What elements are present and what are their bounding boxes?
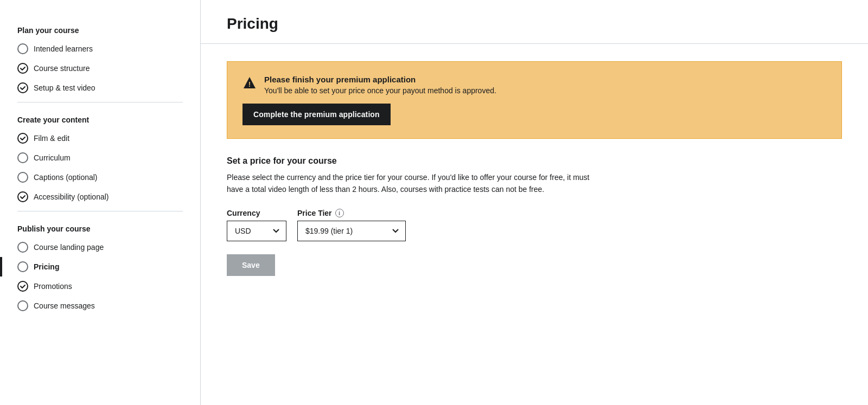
sidebar-item-accessibility-(optional)[interactable]: Accessibility (optional) <box>0 187 200 207</box>
currency-field-group: Currency USDEURGBP <box>227 209 286 241</box>
sidebar-section-title-1: Create your content <box>0 107 200 128</box>
price-tier-field-group: Price Tier i Free$19.99 (tier 1)$29.99 (… <box>297 209 406 241</box>
sidebar-item-course-landing-page[interactable]: Course landing page <box>0 237 200 257</box>
set-price-description: Please select the currency and the price… <box>227 171 607 196</box>
main-content: Pricing ! Please finish your premium app… <box>201 0 868 405</box>
currency-label: Currency <box>227 209 286 217</box>
main-header: Pricing <box>201 0 868 44</box>
sidebar-item-film-&-edit[interactable]: Film & edit <box>0 128 200 148</box>
empty-circle-icon <box>17 152 28 163</box>
warning-banner: ! Please finish your premium application… <box>227 61 842 139</box>
warning-subtitle: You'll be able to set your price once yo… <box>264 86 496 95</box>
set-price-title: Set a price for your course <box>227 156 842 166</box>
save-button[interactable]: Save <box>227 254 275 276</box>
sidebar-item-label: Intended learners <box>34 44 93 53</box>
svg-point-0 <box>18 63 28 73</box>
currency-select[interactable]: USDEURGBP <box>227 221 286 241</box>
sidebar-item-label: Pricing <box>34 262 59 271</box>
price-fields: Currency USDEURGBP Price Tier i Free$19.… <box>227 209 842 241</box>
svg-text:!: ! <box>248 81 251 88</box>
sidebar-item-course-messages[interactable]: Course messages <box>0 296 200 316</box>
warning-banner-top: ! Please finish your premium application… <box>242 75 826 95</box>
page-title: Pricing <box>227 15 842 33</box>
svg-point-1 <box>18 83 28 93</box>
svg-point-3 <box>18 192 28 202</box>
sidebar-section-title-0: Plan your course <box>0 17 200 39</box>
sidebar-item-pricing[interactable]: Pricing <box>0 257 200 277</box>
warning-title: Please finish your premium application <box>264 75 496 84</box>
sidebar-item-course-structure[interactable]: Course structure <box>0 59 200 78</box>
sidebar-item-label: Accessibility (optional) <box>34 192 109 201</box>
svg-point-4 <box>18 281 28 291</box>
check-icon <box>17 63 28 74</box>
empty-circle-icon <box>17 300 28 311</box>
sidebar-item-label: Film & edit <box>34 134 69 143</box>
price-tier-info-icon[interactable]: i <box>335 209 344 217</box>
sidebar-item-label: Promotions <box>34 282 72 291</box>
svg-point-2 <box>18 133 28 143</box>
check-icon <box>17 191 28 202</box>
sidebar-item-label: Curriculum <box>34 153 71 162</box>
complete-premium-button[interactable]: Complete the premium application <box>242 104 391 125</box>
warning-icon: ! <box>242 76 257 92</box>
sidebar-item-intended-learners[interactable]: Intended learners <box>0 39 200 59</box>
sidebar-item-curriculum[interactable]: Curriculum <box>0 148 200 168</box>
sidebar-item-label: Course structure <box>34 64 90 73</box>
empty-circle-icon <box>17 242 28 253</box>
sidebar-divider <box>17 102 183 102</box>
check-icon <box>17 133 28 144</box>
sidebar-item-setup-&-test-video[interactable]: Setup & test video <box>0 78 200 98</box>
price-tier-label: Price Tier i <box>297 209 406 217</box>
empty-circle-icon <box>17 172 28 183</box>
sidebar-item-label: Setup & test video <box>34 83 95 92</box>
sidebar-section-title-2: Publish your course <box>0 216 200 237</box>
sidebar-item-label: Course messages <box>34 301 95 310</box>
sidebar-item-captions-(optional)[interactable]: Captions (optional) <box>0 168 200 187</box>
sidebar-item-label: Course landing page <box>34 243 104 252</box>
sidebar: Plan your courseIntended learners Course… <box>0 0 201 405</box>
sidebar-item-label: Captions (optional) <box>34 173 98 182</box>
warning-text: Please finish your premium application Y… <box>264 75 496 95</box>
sidebar-divider <box>17 211 183 211</box>
empty-circle-icon <box>17 261 28 272</box>
sidebar-item-promotions[interactable]: Promotions <box>0 277 200 296</box>
check-icon <box>17 82 28 93</box>
main-body: ! Please finish your premium application… <box>201 44 868 293</box>
price-tier-select[interactable]: Free$19.99 (tier 1)$29.99 (tier 2)$39.99… <box>297 221 406 241</box>
check-icon <box>17 281 28 292</box>
empty-circle-icon <box>17 43 28 54</box>
